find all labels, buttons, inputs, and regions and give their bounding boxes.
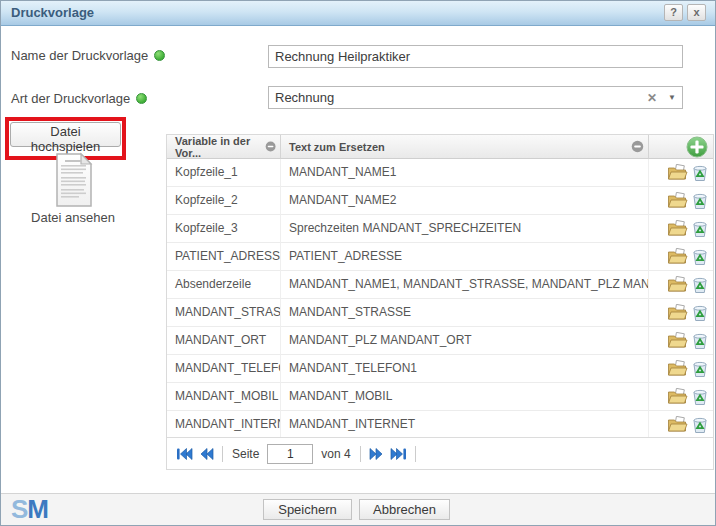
- open-folder-icon[interactable]: [667, 416, 688, 433]
- column-header-text-text: Text zum Ersetzen: [289, 141, 385, 153]
- name-label-text: Name der Druckvorlage: [11, 48, 148, 63]
- delete-trash-icon[interactable]: [691, 332, 709, 350]
- table-row[interactable]: Absenderzeile MANDANT_NAME1, MANDANT_STR…: [167, 271, 713, 299]
- variables-table: Variable in der Vor... Text zum Ersetzen…: [166, 134, 714, 470]
- pager-separator: [360, 446, 361, 462]
- name-label: Name der Druckvorlage: [11, 48, 165, 63]
- pagination-bar: Seite von 4: [167, 437, 713, 469]
- delete-trash-icon[interactable]: [691, 192, 709, 210]
- column-menu-icon[interactable]: [631, 140, 644, 153]
- column-header-variable-text: Variable in der Vor...: [175, 135, 265, 159]
- open-folder-icon[interactable]: [667, 164, 688, 181]
- column-menu-icon[interactable]: [265, 140, 276, 153]
- column-header-variable[interactable]: Variable in der Vor...: [167, 135, 281, 159]
- previous-page-icon[interactable]: [195, 444, 217, 464]
- save-button[interactable]: Speichern: [263, 499, 352, 520]
- cell-variable: MANDANT_STRASSE: [167, 299, 281, 327]
- type-combobox[interactable]: Rechnung ✕ ▼: [268, 86, 683, 109]
- add-row-icon[interactable]: [686, 136, 708, 158]
- table-row[interactable]: MANDANT_TELEFON1 MANDANT_TELEFON1: [167, 355, 713, 383]
- chevron-down-icon[interactable]: ▼: [662, 93, 682, 102]
- delete-trash-icon[interactable]: [691, 304, 709, 322]
- open-folder-icon[interactable]: [667, 332, 688, 349]
- table-row[interactable]: PATIENT_ADRESSE PATIENT_ADRESSE: [167, 243, 713, 271]
- open-folder-icon[interactable]: [667, 304, 688, 321]
- open-folder-icon[interactable]: [667, 360, 688, 377]
- open-folder-icon[interactable]: [667, 276, 688, 293]
- cell-text: MANDANT_PLZ MANDANT_ORT: [281, 327, 649, 355]
- table-row[interactable]: MANDANT_ORT MANDANT_PLZ MANDANT_ORT: [167, 327, 713, 355]
- type-combobox-value: Rechnung: [269, 90, 642, 105]
- required-indicator-icon: [154, 50, 165, 61]
- next-page-icon[interactable]: [366, 444, 388, 464]
- delete-trash-icon[interactable]: [691, 276, 709, 294]
- sm-logo: SM: [11, 494, 48, 525]
- delete-trash-icon[interactable]: [691, 360, 709, 378]
- table-row[interactable]: MANDANT_MOBIL MANDANT_MOBIL: [167, 383, 713, 411]
- cell-text: MANDANT_STRASSE: [281, 299, 649, 327]
- table-row[interactable]: Kopfzeile_2 MANDANT_NAME2: [167, 187, 713, 215]
- first-page-icon[interactable]: [173, 444, 195, 464]
- cell-variable: PATIENT_ADRESSE: [167, 243, 281, 271]
- page-number-input[interactable]: [267, 444, 313, 464]
- table-row[interactable]: Kopfzeile_1 MANDANT_NAME1: [167, 159, 713, 187]
- pager-separator: [415, 446, 416, 462]
- cell-variable: MANDANT_TELEFON1: [167, 355, 281, 383]
- view-file-label[interactable]: Datei ansehen: [13, 210, 133, 225]
- page-count-label: von 4: [321, 447, 350, 461]
- required-indicator-icon: [136, 93, 147, 104]
- cell-variable: Absenderzeile: [167, 271, 281, 299]
- table-row[interactable]: MANDANT_INTERNET MANDANT_INTERNET: [167, 411, 713, 439]
- logo-letter-m: M: [27, 494, 48, 524]
- table-row[interactable]: MANDANT_STRASSE MANDANT_STRASSE: [167, 299, 713, 327]
- cell-text: Sprechzeiten MANDANT_SPRECHZEITEN: [281, 215, 649, 243]
- cell-text: MANDANT_INTERNET: [281, 411, 649, 439]
- type-label-text: Art der Druckvorlage: [11, 91, 130, 106]
- delete-trash-icon[interactable]: [691, 388, 709, 406]
- pager-separator: [222, 446, 223, 462]
- cell-variable: MANDANT_INTERNET: [167, 411, 281, 439]
- dialog-titlebar: Druckvorlage ? x: [1, 1, 715, 26]
- close-button[interactable]: x: [687, 4, 706, 21]
- open-folder-icon[interactable]: [667, 192, 688, 209]
- document-icon[interactable]: [51, 152, 95, 208]
- column-header-actions: [649, 135, 713, 159]
- open-folder-icon[interactable]: [667, 248, 688, 265]
- column-header-text[interactable]: Text zum Ersetzen: [281, 135, 649, 159]
- table-header: Variable in der Vor... Text zum Ersetzen: [167, 135, 713, 159]
- delete-trash-icon[interactable]: [691, 164, 709, 182]
- last-page-icon[interactable]: [388, 444, 410, 464]
- dialog-footer: SM Speichern Abbrechen: [1, 493, 715, 525]
- cell-text: PATIENT_ADRESSE: [281, 243, 649, 271]
- logo-letter-s: S: [11, 494, 27, 524]
- cell-text: MANDANT_NAME1, MANDANT_STRASSE, MANDANT_…: [281, 271, 649, 299]
- dialog-title: Druckvorlage: [11, 5, 94, 20]
- table-row[interactable]: Kopfzeile_3 Sprechzeiten MANDANT_SPRECHZ…: [167, 215, 713, 243]
- clear-icon[interactable]: ✕: [642, 91, 662, 105]
- page-label: Seite: [232, 447, 259, 461]
- cell-variable: Kopfzeile_1: [167, 159, 281, 187]
- open-folder-icon[interactable]: [667, 220, 688, 237]
- cell-text: MANDANT_NAME1: [281, 159, 649, 187]
- cell-variable: MANDANT_ORT: [167, 327, 281, 355]
- type-label: Art der Druckvorlage: [11, 91, 147, 106]
- cell-variable: MANDANT_MOBIL: [167, 383, 281, 411]
- cell-text: MANDANT_TELEFON1: [281, 355, 649, 383]
- cell-text: MANDANT_MOBIL: [281, 383, 649, 411]
- open-folder-icon[interactable]: [667, 388, 688, 405]
- cell-variable: Kopfzeile_3: [167, 215, 281, 243]
- upload-file-button[interactable]: Datei hochspielen: [10, 122, 121, 147]
- name-input[interactable]: [268, 45, 683, 68]
- druckvorlage-dialog: Druckvorlage ? x Name der Druckvorlage A…: [0, 0, 716, 526]
- cell-text: MANDANT_NAME2: [281, 187, 649, 215]
- delete-trash-icon[interactable]: [691, 248, 709, 266]
- help-button[interactable]: ?: [664, 4, 683, 21]
- cancel-button[interactable]: Abbrechen: [359, 499, 450, 520]
- cell-variable: Kopfzeile_2: [167, 187, 281, 215]
- delete-trash-icon[interactable]: [691, 416, 709, 434]
- delete-trash-icon[interactable]: [691, 220, 709, 238]
